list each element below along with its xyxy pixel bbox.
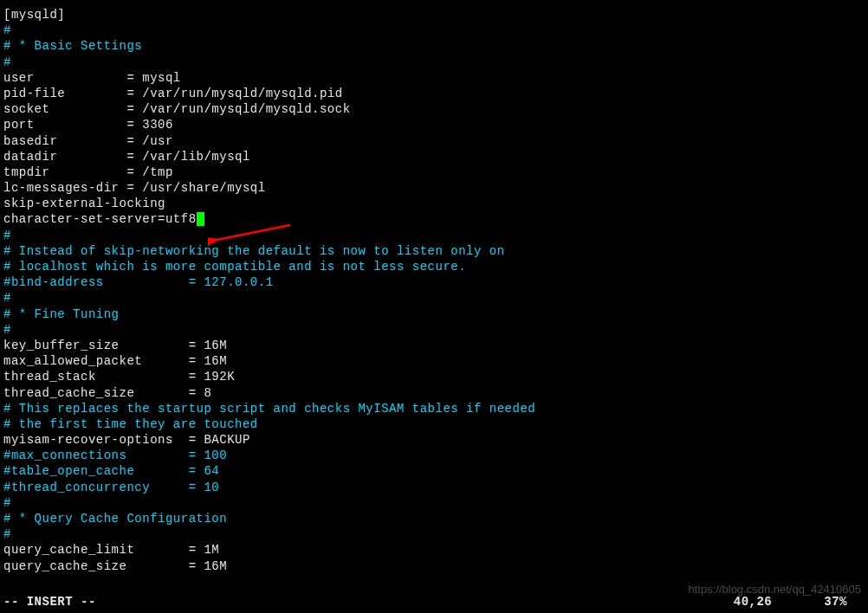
config-line: #thread_concurrency = 10 <box>3 480 865 495</box>
config-line: max_allowed_packet = 16M <box>3 353 865 369</box>
config-line: user = mysql <box>3 70 865 86</box>
config-line: key_buffer_size = 16M <box>3 338 865 353</box>
text-cursor <box>197 212 204 226</box>
config-line: # * Fine Tuning <box>3 306 865 322</box>
config-line: tmpdir = /tmp <box>3 165 865 180</box>
config-line: [mysqld] <box>3 7 865 23</box>
config-line: # * Basic Settings <box>3 38 865 54</box>
cursor-position: 40,26 <box>734 594 773 610</box>
terminal-editor-content[interactable]: [mysqld]## * Basic Settings#user = mysql… <box>3 7 865 574</box>
config-line: skip-external-locking <box>3 196 865 211</box>
config-line: # * Query Cache Configuration <box>3 511 865 526</box>
config-line: # <box>3 322 865 338</box>
config-line: lc-messages-dir = /usr/share/mysql <box>3 180 865 196</box>
config-line: thread_cache_size = 8 <box>3 385 865 401</box>
config-line: thread_stack = 192K <box>3 369 865 384</box>
config-line: query_cache_size = 16M <box>3 558 865 574</box>
config-line: myisam-recover-options = BACKUP <box>3 432 865 448</box>
vim-mode-indicator: -- INSERT -- <box>3 594 96 610</box>
config-line: basedir = /usr <box>3 133 865 149</box>
config-line: socket = /var/run/mysqld/mysqld.sock <box>3 101 865 117</box>
scroll-percent: 37% <box>824 594 847 610</box>
config-line: #max_connections = 100 <box>3 448 865 463</box>
config-line: # <box>3 290 865 306</box>
vim-status-bar: -- INSERT -- 40,26 37% <box>3 594 865 610</box>
config-line: # <box>3 55 865 70</box>
config-line: port = 3306 <box>3 117 865 132</box>
config-line: # <box>3 23 865 38</box>
config-line: # localhost which is more compatible and… <box>3 259 865 274</box>
config-line: #bind-address = 127.0.0.1 <box>3 274 865 290</box>
config-line: # This replaces the startup script and c… <box>3 401 865 416</box>
config-line: #table_open_cache = 64 <box>3 463 865 479</box>
config-line: datadir = /var/lib/mysql <box>3 149 865 165</box>
config-line: # <box>3 228 865 243</box>
config-line: # Instead of skip-networking the default… <box>3 243 865 259</box>
config-line: query_cache_limit = 1M <box>3 542 865 558</box>
config-line: # <box>3 526 865 542</box>
config-line: pid-file = /var/run/mysqld/mysqld.pid <box>3 86 865 101</box>
config-line: # <box>3 495 865 511</box>
config-line: # the first time they are touched <box>3 416 865 432</box>
config-line: character-set-server=utf8 <box>3 211 865 227</box>
